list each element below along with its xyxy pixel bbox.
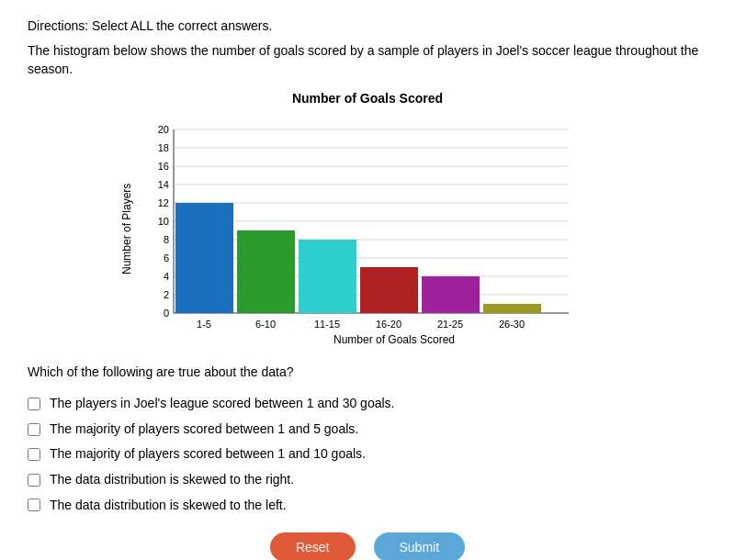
checkbox-2[interactable]: [28, 423, 40, 436]
svg-text:12: 12: [158, 197, 169, 208]
svg-text:16: 16: [158, 161, 169, 172]
description: The histogram below shows the number of …: [28, 42, 707, 78]
svg-text:10: 10: [158, 216, 169, 227]
svg-text:11-15: 11-15: [314, 319, 340, 330]
option-4: The data distribution is skewed to the r…: [28, 471, 707, 489]
svg-text:26-30: 26-30: [499, 319, 525, 330]
submit-button[interactable]: Submit: [374, 532, 466, 560]
y-axis-label: Number of Players: [120, 111, 133, 346]
chart-area: Number of Players: [120, 111, 615, 346]
svg-text:21-25: 21-25: [437, 319, 463, 330]
checkbox-4[interactable]: [28, 474, 40, 487]
bar-21-25: [422, 276, 480, 313]
bar-6-10: [237, 230, 295, 313]
svg-text:20: 20: [158, 124, 169, 135]
svg-text:4: 4: [164, 271, 169, 282]
directions: Directions: Select ALL the correct answe…: [28, 18, 707, 33]
option-3-label: The majority of players scored between 1…: [50, 445, 366, 464]
svg-text:0: 0: [164, 308, 169, 319]
reset-button[interactable]: Reset: [270, 532, 356, 560]
svg-text:1-5: 1-5: [197, 319, 211, 330]
bar-16-20: [360, 267, 418, 313]
option-1-label: The players in Joel's league scored betw…: [50, 395, 394, 413]
svg-text:14: 14: [158, 179, 169, 190]
option-5: The data distribution is skewed to the l…: [28, 497, 707, 515]
options-list: The players in Joel's league scored betw…: [28, 395, 707, 514]
option-3: The majority of players scored between 1…: [28, 445, 707, 464]
svg-text:6: 6: [164, 252, 169, 263]
svg-text:2: 2: [164, 289, 169, 300]
buttons-area: Reset Submit: [28, 532, 707, 560]
question: Which of the following are true about th…: [28, 363, 707, 382]
bar-1-5: [175, 203, 233, 313]
option-2: The majority of players scored between 1…: [28, 420, 707, 439]
option-5-label: The data distribution is skewed to the l…: [50, 497, 287, 515]
chart-inner: 0 2 4 6 8 10 12 14 16 18 20: [137, 111, 615, 346]
svg-text:8: 8: [164, 234, 169, 245]
svg-text:16-20: 16-20: [376, 319, 401, 330]
checkbox-3[interactable]: [28, 448, 40, 461]
chart-container: Number of Goals Scored Number of Players: [28, 91, 707, 346]
bar-26-30: [483, 304, 541, 313]
svg-text:6-10: 6-10: [255, 319, 276, 330]
option-1: The players in Joel's league scored betw…: [28, 395, 707, 413]
option-2-label: The majority of players scored between 1…: [50, 420, 358, 439]
bar-11-15: [299, 240, 356, 313]
x-axis-label: Number of Goals Scored: [174, 333, 615, 346]
checkbox-5[interactable]: [28, 498, 40, 511]
option-4-label: The data distribution is skewed to the r…: [50, 471, 294, 489]
checkbox-1[interactable]: [28, 398, 40, 410]
histogram-svg: 0 2 4 6 8 10 12 14 16 18 20: [137, 111, 578, 331]
svg-text:18: 18: [158, 142, 169, 153]
chart-title: Number of Goals Scored: [292, 91, 443, 106]
